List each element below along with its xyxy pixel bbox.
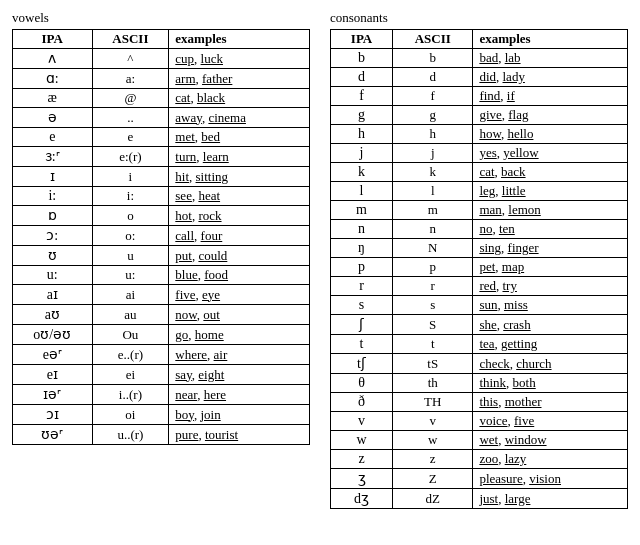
ascii-cell: p [393,258,473,277]
ascii-cell: i..(r) [92,385,169,405]
ipa-cell: æ [13,89,93,108]
ascii-cell: s [393,296,473,315]
examples-cell: just, large [473,489,628,509]
vowels-table: IPA ASCII examples ʌ^cup, luckɑ:a:arm, f… [12,29,310,445]
examples-cell: cat, back [473,163,628,182]
table-row: dʒdZjust, large [331,489,628,509]
ipa-cell: ʊəʳ [13,425,93,445]
ascii-cell: l [393,182,473,201]
ipa-cell: h [331,125,393,144]
ipa-cell: ɪ [13,167,93,187]
ipa-cell: ʒ [331,469,393,489]
ipa-cell: tʃ [331,354,393,374]
table-row: ʒZpleasure, vision [331,469,628,489]
ipa-cell: ɪəʳ [13,385,93,405]
ascii-cell: Z [393,469,473,489]
ipa-cell: aɪ [13,285,93,305]
table-row: ɜ:ʳe:(r)turn, learn [13,147,310,167]
examples-cell: see, heat [169,187,310,206]
examples-cell: no, ten [473,220,628,239]
table-row: tttea, getting [331,335,628,354]
examples-cell: cat, black [169,89,310,108]
table-row: nnno, ten [331,220,628,239]
consonants-section: consonants IPA ASCII examples bbbad, lab… [330,10,628,509]
examples-cell: arm, father [169,69,310,89]
ascii-cell: N [393,239,473,258]
examples-cell: blue, food [169,266,310,285]
ascii-cell: m [393,201,473,220]
table-row: rrred, try [331,277,628,296]
ipa-cell: k [331,163,393,182]
ipa-cell: t [331,335,393,354]
ascii-cell: j [393,144,473,163]
examples-cell: think, both [473,374,628,393]
ipa-cell: eəʳ [13,345,93,365]
ipa-cell: l [331,182,393,201]
examples-cell: near, here [169,385,310,405]
ipa-cell: ə [13,108,93,128]
ipa-cell: dʒ [331,489,393,509]
ascii-cell: r [393,277,473,296]
table-row: dddid, lady [331,68,628,87]
examples-cell: go, home [169,325,310,345]
table-row: ŋNsing, finger [331,239,628,258]
vowels-header-row: IPA ASCII examples [13,30,310,49]
examples-cell: hit, sitting [169,167,310,187]
table-row: u:u:blue, food [13,266,310,285]
vowels-col-ipa: IPA [13,30,93,49]
table-row: ə..away, cinema [13,108,310,128]
ipa-cell: θ [331,374,393,393]
examples-cell: pet, map [473,258,628,277]
table-row: tʃtScheck, church [331,354,628,374]
ascii-cell: S [393,315,473,335]
consonants-header-row: IPA ASCII examples [331,30,628,49]
examples-cell: tea, getting [473,335,628,354]
ascii-cell: oi [92,405,169,425]
consonants-table: IPA ASCII examples bbbad, labdddid, lady… [330,29,628,509]
table-row: ɔɪoiboy, join [13,405,310,425]
ascii-cell: e [92,128,169,147]
ascii-cell: e..(r) [92,345,169,365]
consonants-col-examples: examples [473,30,628,49]
ipa-cell: aʊ [13,305,93,325]
ipa-cell: ɒ [13,206,93,226]
examples-cell: met, bed [169,128,310,147]
table-row: ɪəʳi..(r)near, here [13,385,310,405]
examples-cell: did, lady [473,68,628,87]
table-row: θththink, both [331,374,628,393]
table-row: pppet, map [331,258,628,277]
ascii-cell: n [393,220,473,239]
ipa-cell: g [331,106,393,125]
ipa-cell: ð [331,393,393,412]
ascii-cell: e:(r) [92,147,169,167]
ascii-cell: f [393,87,473,106]
examples-cell: cup, luck [169,49,310,69]
table-row: mmman, lemon [331,201,628,220]
ipa-cell: b [331,49,393,68]
ipa-cell: ʃ [331,315,393,335]
ipa-cell: ɔɪ [13,405,93,425]
ascii-cell: dZ [393,489,473,509]
table-row: ʌ^cup, luck [13,49,310,69]
consonants-title: consonants [330,10,628,26]
ascii-cell: Ou [92,325,169,345]
ascii-cell: au [92,305,169,325]
table-row: bbbad, lab [331,49,628,68]
ascii-cell: u..(r) [92,425,169,445]
main-content: vowels IPA ASCII examples ʌ^cup, luckɑ:a… [12,10,628,509]
consonants-col-ascii: ASCII [393,30,473,49]
examples-cell: red, try [473,277,628,296]
table-row: aʊaunow, out [13,305,310,325]
ascii-cell: ei [92,365,169,385]
examples-cell: now, out [169,305,310,325]
ascii-cell: i [92,167,169,187]
examples-cell: say, eight [169,365,310,385]
table-row: ɒohot, rock [13,206,310,226]
examples-cell: boy, join [169,405,310,425]
examples-cell: pure, tourist [169,425,310,445]
ipa-cell: ʌ [13,49,93,69]
ipa-cell: e [13,128,93,147]
ascii-cell: g [393,106,473,125]
examples-cell: zoo, lazy [473,450,628,469]
table-row: zzzoo, lazy [331,450,628,469]
